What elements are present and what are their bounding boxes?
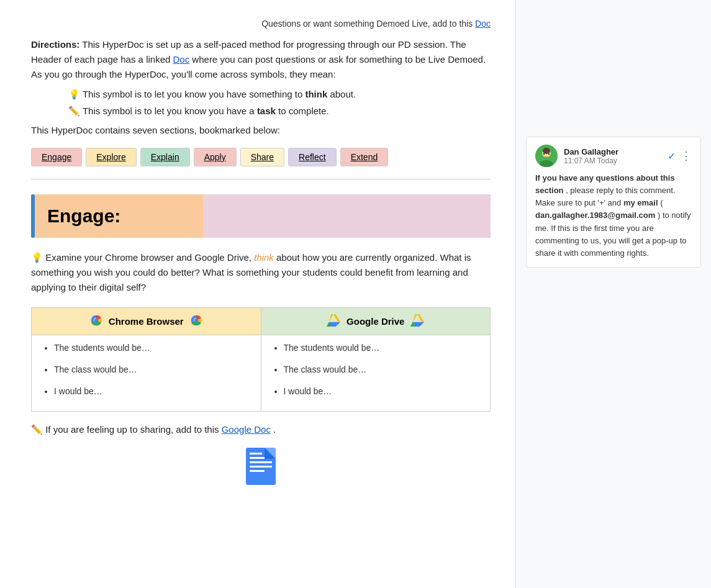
svg-point-2 [94,319,98,323]
table-header-gdrive: Google Drive [261,308,491,335]
bottom-note-icon: ✏️ [31,424,43,435]
chrome-list: The students would be… The class would b… [44,340,248,400]
gdrive-icon-right [410,314,424,328]
sections-label: This HyperDoc contains seven sections, b… [31,123,491,138]
chrome-item-1: The students would be… [54,340,248,356]
comment-text2: ( [660,198,663,207]
engage-pink-bg [203,194,491,238]
main-content: Questions or want something Demoed Live,… [0,0,515,588]
svg-marker-10 [413,314,424,322]
symbol-think-text-after: about. [327,89,356,99]
bottom-note-link[interactable]: Google Doc [222,424,271,435]
directions-doc-link[interactable]: Doc [173,54,190,65]
table-col-chrome-body: The students would be… The class would b… [32,335,261,411]
top-note: Questions or want something Demoed Live,… [31,19,491,29]
comment-card: Dan Gallagher 11:07 AM Today ✓ ⋮ If you … [526,137,701,268]
google-doc-icon-container[interactable] [31,448,491,485]
comment-header: Dan Gallagher 11:07 AM Today ✓ ⋮ [535,145,692,167]
symbol-think: 💡 This symbol is to let you know you hav… [68,86,491,102]
bookmark-engage[interactable]: Engage [31,148,82,166]
chrome-header-label: Chrome Browser [109,316,184,327]
top-note-link[interactable]: Doc [475,19,491,29]
symbols-list: 💡 This symbol is to let you know you hav… [68,86,491,119]
svg-point-30 [548,153,550,155]
bookmark-extend[interactable]: Extend [340,148,389,166]
divider [31,179,491,179]
bottom-note: ✏️ If you are feeling up to sharing, add… [31,424,491,435]
symbol-task-icon: ✏️ [68,106,80,116]
symbol-think-bold: think [305,89,327,99]
comment-author-info: Dan Gallagher 11:07 AM Today [564,147,668,165]
comment-bold2: my email [623,198,658,207]
bookmark-apply[interactable]: Apply [194,148,237,166]
svg-rect-19 [250,470,265,472]
symbol-task-bold: task [257,106,276,116]
symbol-task-text-before: This symbol is to let you know you have … [83,106,257,116]
engage-title-bg: Engage: [35,194,203,238]
gdrive-item-2: The class would be… [284,362,478,378]
bookmark-reflect[interactable]: Reflect [288,148,337,166]
bottom-note-text: If you are feeling up to sharing, add to… [45,424,222,435]
more-options-icon[interactable]: ⋮ [681,149,692,163]
comment-actions: ✓ ⋮ [668,149,692,163]
gdrive-item-3: I would be… [284,384,478,399]
chrome-icon-right [190,314,202,328]
page-wrapper: Questions or want something Demoed Live,… [0,0,711,588]
engage-body: 💡 Examine your Chrome browser and Google… [31,250,491,295]
comment-author-name: Dan Gallagher [564,147,668,156]
table-col-gdrive-body: The students would be… The class would b… [261,335,491,411]
bookmark-share[interactable]: Share [240,148,284,166]
gdrive-header-label: Google Drive [346,316,404,327]
right-sidebar: Dan Gallagher 11:07 AM Today ✓ ⋮ If you … [515,0,711,588]
resolve-comment-icon[interactable]: ✓ [668,150,676,162]
comment-email: dan.gallagher.1983@gmail.com [535,210,655,220]
symbol-task-text-after: to complete. [276,106,329,116]
google-doc-svg [246,448,276,485]
bookmark-explain[interactable]: Explain [140,148,190,166]
engage-header: Engage: [31,194,491,238]
gdrive-list: The students would be… The class would b… [274,340,478,400]
bookmarks-row: Engage Explore Explain Apply Share Refle… [31,148,491,166]
engage-body-text-before: Examine your Chrome browser and Google D… [45,252,254,263]
symbol-think-icon: 💡 [68,89,80,99]
table-body-row: The students would be… The class would b… [32,335,490,411]
top-note-text: Questions or want something Demoed Live,… [261,19,475,29]
svg-marker-6 [329,314,340,322]
svg-point-29 [543,153,545,155]
gdrive-icon-left [327,314,340,328]
symbol-think-text-before: This symbol is to let you know you have … [83,89,306,99]
comment-time: 11:07 AM Today [564,156,668,165]
chrome-item-2: The class would be… [54,362,248,378]
directions-label: Directions: [31,39,79,50]
directions-block: Directions: This HyperDoc is set up as a… [31,37,491,138]
symbol-task: ✏️ This symbol is to let you know you ha… [68,102,491,119]
avatar [535,145,558,167]
engage-body-icon: 💡 [31,252,43,263]
svg-point-28 [543,148,550,154]
svg-point-5 [194,319,198,323]
svg-rect-17 [250,461,272,463]
chrome-item-3: I would be… [54,384,248,399]
engage-think-word: think [254,252,274,263]
table-header-chrome: Chrome Browser [32,308,261,335]
engage-table: Chrome Browser Google Drive [31,307,491,412]
chrome-icon-left [90,314,102,328]
bookmark-explore[interactable]: Explore [86,148,136,166]
comment-body: If you have any questions about this sec… [535,172,692,260]
engage-title: Engage: [47,206,191,227]
svg-rect-15 [250,453,262,455]
bottom-note-text2: . [273,424,276,435]
gdrive-item-1: The students would be… [284,340,478,356]
table-header-row: Chrome Browser Google Drive [32,308,490,335]
svg-rect-18 [250,466,272,468]
